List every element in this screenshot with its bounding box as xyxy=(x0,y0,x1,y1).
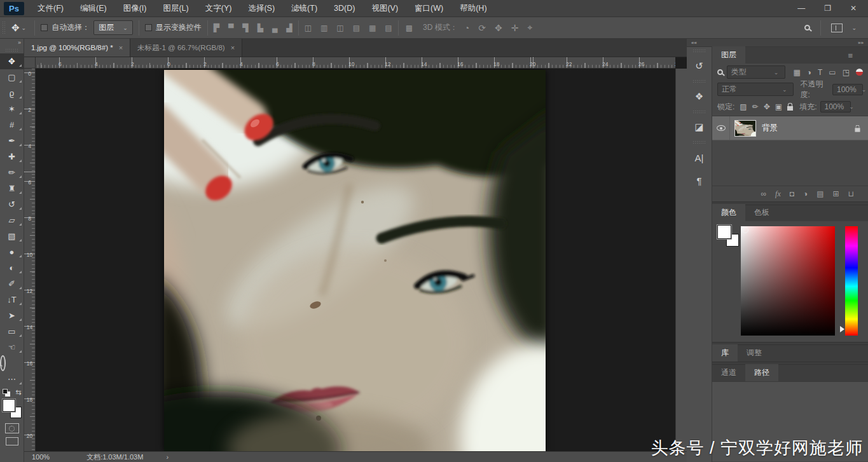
lock-position-icon[interactable]: ✥ xyxy=(764,102,770,111)
menu-item[interactable]: 滤镜(T) xyxy=(283,0,326,17)
blend-mode-dropdown[interactable]: 正常 ⌄ xyxy=(717,83,794,96)
character-panel-icon[interactable]: A| xyxy=(687,146,712,169)
dock-grip[interactable] xyxy=(692,79,706,83)
layer-name[interactable]: 背景 xyxy=(762,123,855,133)
eyedropper-tool[interactable]: ✒ xyxy=(0,133,24,149)
restore-button[interactable]: ❐ xyxy=(824,4,831,13)
swap-colors-icon[interactable]: ⇆ xyxy=(15,388,21,397)
new-adjustment-layer-icon[interactable]: ◑ xyxy=(803,189,808,198)
menu-item[interactable]: 编辑(E) xyxy=(72,0,115,17)
lock-artboard-icon[interactable]: ▣ xyxy=(775,102,782,111)
new-layer-icon[interactable]: ⊞ xyxy=(833,189,839,198)
rectangular-marquee-tool[interactable]: ▢ xyxy=(0,69,24,85)
tab-paths[interactable]: 路径 xyxy=(745,364,778,381)
menu-item[interactable]: 文字(Y) xyxy=(197,0,240,17)
3d-panel-icon[interactable]: ❖ xyxy=(687,85,712,108)
distribute-top-edges-icon[interactable]: ◫ xyxy=(305,24,312,32)
toolbox-expand-icon[interactable]: » xyxy=(18,39,24,47)
layer-filter-toggle[interactable] xyxy=(856,69,863,76)
menu-item[interactable]: 图层(L) xyxy=(155,0,196,17)
screen-mode-button[interactable] xyxy=(6,437,18,445)
align-vertical-centers-icon[interactable]: ▄ xyxy=(272,24,278,32)
menu-item[interactable]: 视图(V) xyxy=(363,0,406,17)
filter-kind-type-icon[interactable]: T xyxy=(818,68,822,77)
menu-item[interactable]: 帮助(H) xyxy=(451,0,495,17)
canvas-viewport[interactable] xyxy=(36,69,675,451)
path-selection-tool[interactable]: ➤ xyxy=(0,308,24,323)
toolbar-ellipsis-icon[interactable]: ⋯ xyxy=(0,371,24,387)
foreground-background-swatches[interactable] xyxy=(3,399,22,418)
hue-slider[interactable] xyxy=(845,226,858,336)
menu-item[interactable]: 窗口(W) xyxy=(406,0,451,17)
filter-kind-smart-object-icon[interactable]: ◳ xyxy=(843,68,850,77)
distribute-left-edges-icon[interactable]: ▤ xyxy=(353,24,360,32)
dock-grip[interactable] xyxy=(692,49,706,53)
eye-icon[interactable] xyxy=(717,125,726,131)
quick-mask-button[interactable] xyxy=(5,423,19,433)
pen-tool[interactable]: ✐ xyxy=(0,276,24,292)
align-right-edges-icon[interactable]: ▜ xyxy=(242,24,248,32)
auto-select-checkbox[interactable] xyxy=(41,24,48,31)
3d-roll-icon[interactable]: ⟳ xyxy=(478,23,486,33)
distribute-vertical-centers-icon[interactable]: ▥ xyxy=(320,24,327,32)
align-horizontal-centers-icon[interactable]: ▀ xyxy=(228,24,234,32)
eraser-tool[interactable]: ▱ xyxy=(0,212,24,228)
doc-tab[interactable]: 1.jpg @ 100%(RGB/8#) *× xyxy=(24,39,130,57)
align-bottom-edges-icon[interactable]: ▟ xyxy=(286,24,292,32)
collapse-panels-icon[interactable]: »» xyxy=(858,39,864,46)
tab-color[interactable]: 颜色 xyxy=(712,204,745,221)
dock-grip[interactable] xyxy=(692,110,706,114)
auto-select-dropdown[interactable]: 图层 ⌄ xyxy=(93,20,133,35)
3d-drag-icon[interactable]: ✥ xyxy=(495,23,502,33)
crop-tool[interactable]: # xyxy=(0,117,24,133)
close-button[interactable]: ✕ xyxy=(850,4,857,13)
layer-thumbnail[interactable] xyxy=(734,120,756,137)
minimize-button[interactable]: — xyxy=(797,4,805,13)
horizontal-ruler[interactable]: 642024681012141618202224262 xyxy=(36,57,675,69)
distribute-horizontal-centers-icon[interactable]: ▦ xyxy=(369,24,376,32)
type-tool[interactable]: ↓T xyxy=(0,292,24,308)
distribute-bottom-edges-icon[interactable]: ◫ xyxy=(336,24,343,32)
doc-tab[interactable]: 未标题-1 @ 66.7%(RGB/8)× xyxy=(130,39,242,57)
blur-tool[interactable]: ● xyxy=(0,244,24,260)
align-top-edges-icon[interactable]: ▙ xyxy=(258,24,263,32)
current-tool-icon[interactable]: ✥ xyxy=(11,22,20,34)
3d-slide-icon[interactable]: ✛ xyxy=(511,23,519,33)
distribute-right-edges-icon[interactable]: ▤ xyxy=(385,24,392,32)
history-brush-tool[interactable]: ↺ xyxy=(0,196,24,212)
opacity-field[interactable]: 100% ⌄ xyxy=(832,84,863,95)
workspace-chevron-icon[interactable]: ⌄ xyxy=(851,25,857,31)
move-tool[interactable]: ✥ xyxy=(0,53,24,69)
auto-align-icon[interactable]: ▩ xyxy=(406,24,413,32)
brush-tool[interactable]: ✏ xyxy=(0,165,24,180)
workspace-icon[interactable] xyxy=(831,24,843,32)
show-transform-checkbox[interactable] xyxy=(145,24,152,31)
color-panel-swatches[interactable] xyxy=(717,225,739,247)
menu-item[interactable]: 文件(F) xyxy=(29,0,72,17)
saturation-brightness-picker[interactable] xyxy=(741,226,835,336)
quick-selection-tool[interactable]: ✶ xyxy=(0,101,24,117)
lock-all-icon[interactable] xyxy=(787,106,793,111)
layer-filter-dropdown[interactable]: 类型 ⌄ xyxy=(727,65,786,79)
foreground-color-swatch[interactable] xyxy=(717,225,731,239)
collapse-panels-icon[interactable]: «« xyxy=(691,39,697,46)
clone-stamp-tool[interactable]: ♜ xyxy=(0,180,24,196)
menu-item[interactable]: 选择(S) xyxy=(240,0,283,17)
layer-row[interactable]: 背景 xyxy=(712,116,868,140)
zoom-level-field[interactable]: 100% xyxy=(32,453,50,461)
search-icon[interactable] xyxy=(804,25,810,31)
vertical-scrollbar[interactable] xyxy=(675,69,687,451)
filter-kind-shape-icon[interactable]: ▭ xyxy=(829,68,836,77)
menu-item[interactable]: 图像(I) xyxy=(115,0,155,17)
layer-visibility-cell[interactable] xyxy=(712,116,730,140)
rectangle-tool[interactable]: ▭ xyxy=(0,323,24,339)
layer-style-icon[interactable]: fx xyxy=(775,189,781,199)
lasso-tool[interactable]: ϱ xyxy=(0,85,24,101)
libraries-panel-icon[interactable]: ◪ xyxy=(687,116,712,139)
3d-scale-icon[interactable]: ⌖ xyxy=(527,22,532,33)
panel-menu-icon[interactable]: ≡ xyxy=(839,48,862,64)
tab-libraries[interactable]: 库 xyxy=(712,344,738,362)
close-tab-icon[interactable]: × xyxy=(231,44,235,51)
zoom-tool[interactable] xyxy=(0,355,6,371)
lock-pixels-icon[interactable]: ✏ xyxy=(752,102,759,111)
